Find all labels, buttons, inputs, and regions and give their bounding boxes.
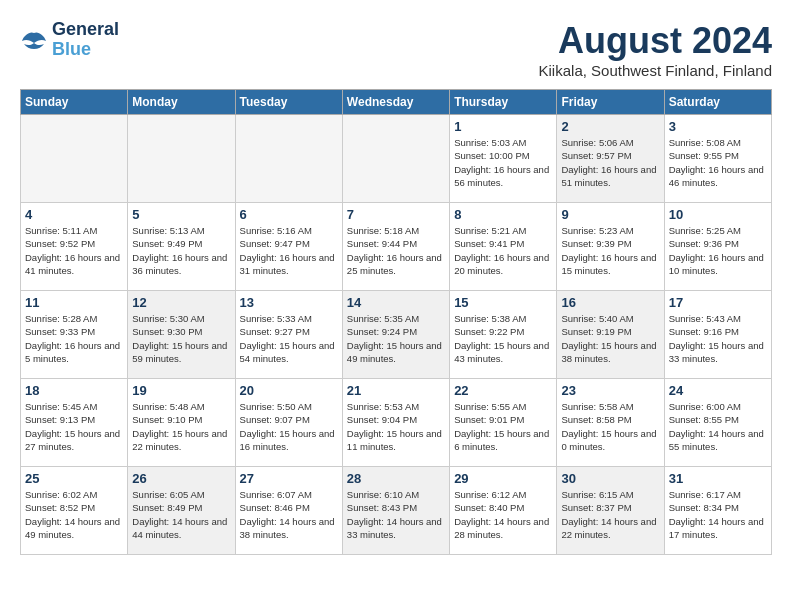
calendar-cell: 9Sunrise: 5:23 AMSunset: 9:39 PMDaylight… [557, 203, 664, 291]
month-title: August 2024 [539, 20, 772, 62]
weekday-header-saturday: Saturday [664, 90, 771, 115]
day-number: 23 [561, 383, 659, 398]
day-number: 4 [25, 207, 123, 222]
day-info: Sunrise: 5:50 AMSunset: 9:07 PMDaylight:… [240, 400, 338, 453]
day-info: Sunrise: 5:23 AMSunset: 9:39 PMDaylight:… [561, 224, 659, 277]
calendar-table: SundayMondayTuesdayWednesdayThursdayFrid… [20, 89, 772, 555]
day-info: Sunrise: 5:25 AMSunset: 9:36 PMDaylight:… [669, 224, 767, 277]
day-info: Sunrise: 5:06 AMSunset: 9:57 PMDaylight:… [561, 136, 659, 189]
day-info: Sunrise: 5:16 AMSunset: 9:47 PMDaylight:… [240, 224, 338, 277]
day-info: Sunrise: 5:40 AMSunset: 9:19 PMDaylight:… [561, 312, 659, 365]
day-info: Sunrise: 6:12 AMSunset: 8:40 PMDaylight:… [454, 488, 552, 541]
logo-bird-icon [20, 29, 48, 51]
day-number: 11 [25, 295, 123, 310]
calendar-cell: 23Sunrise: 5:58 AMSunset: 8:58 PMDayligh… [557, 379, 664, 467]
day-number: 16 [561, 295, 659, 310]
calendar-week-row: 4Sunrise: 5:11 AMSunset: 9:52 PMDaylight… [21, 203, 772, 291]
calendar-cell: 18Sunrise: 5:45 AMSunset: 9:13 PMDayligh… [21, 379, 128, 467]
calendar-week-row: 1Sunrise: 5:03 AMSunset: 10:00 PMDayligh… [21, 115, 772, 203]
title-block: August 2024 Kiikala, Southwest Finland, … [539, 20, 772, 79]
day-number: 31 [669, 471, 767, 486]
calendar-week-row: 11Sunrise: 5:28 AMSunset: 9:33 PMDayligh… [21, 291, 772, 379]
calendar-cell: 30Sunrise: 6:15 AMSunset: 8:37 PMDayligh… [557, 467, 664, 555]
day-number: 18 [25, 383, 123, 398]
day-info: Sunrise: 5:55 AMSunset: 9:01 PMDaylight:… [454, 400, 552, 453]
day-info: Sunrise: 5:03 AMSunset: 10:00 PMDaylight… [454, 136, 552, 189]
day-info: Sunrise: 6:07 AMSunset: 8:46 PMDaylight:… [240, 488, 338, 541]
logo-text: General Blue [52, 20, 119, 60]
page-header: General Blue August 2024 Kiikala, Southw… [20, 20, 772, 79]
calendar-cell: 20Sunrise: 5:50 AMSunset: 9:07 PMDayligh… [235, 379, 342, 467]
day-info: Sunrise: 5:21 AMSunset: 9:41 PMDaylight:… [454, 224, 552, 277]
day-number: 21 [347, 383, 445, 398]
day-info: Sunrise: 5:43 AMSunset: 9:16 PMDaylight:… [669, 312, 767, 365]
day-info: Sunrise: 5:13 AMSunset: 9:49 PMDaylight:… [132, 224, 230, 277]
calendar-cell: 10Sunrise: 5:25 AMSunset: 9:36 PMDayligh… [664, 203, 771, 291]
calendar-cell: 31Sunrise: 6:17 AMSunset: 8:34 PMDayligh… [664, 467, 771, 555]
day-number: 8 [454, 207, 552, 222]
weekday-header-sunday: Sunday [21, 90, 128, 115]
day-info: Sunrise: 6:10 AMSunset: 8:43 PMDaylight:… [347, 488, 445, 541]
day-info: Sunrise: 5:35 AMSunset: 9:24 PMDaylight:… [347, 312, 445, 365]
day-number: 20 [240, 383, 338, 398]
weekday-header-thursday: Thursday [450, 90, 557, 115]
day-info: Sunrise: 6:05 AMSunset: 8:49 PMDaylight:… [132, 488, 230, 541]
day-number: 26 [132, 471, 230, 486]
calendar-cell: 17Sunrise: 5:43 AMSunset: 9:16 PMDayligh… [664, 291, 771, 379]
calendar-cell: 5Sunrise: 5:13 AMSunset: 9:49 PMDaylight… [128, 203, 235, 291]
day-info: Sunrise: 5:33 AMSunset: 9:27 PMDaylight:… [240, 312, 338, 365]
calendar-cell: 21Sunrise: 5:53 AMSunset: 9:04 PMDayligh… [342, 379, 449, 467]
calendar-cell: 6Sunrise: 5:16 AMSunset: 9:47 PMDaylight… [235, 203, 342, 291]
calendar-cell [128, 115, 235, 203]
day-number: 29 [454, 471, 552, 486]
day-info: Sunrise: 5:48 AMSunset: 9:10 PMDaylight:… [132, 400, 230, 453]
day-number: 28 [347, 471, 445, 486]
day-number: 5 [132, 207, 230, 222]
calendar-cell: 13Sunrise: 5:33 AMSunset: 9:27 PMDayligh… [235, 291, 342, 379]
calendar-cell: 11Sunrise: 5:28 AMSunset: 9:33 PMDayligh… [21, 291, 128, 379]
day-info: Sunrise: 5:53 AMSunset: 9:04 PMDaylight:… [347, 400, 445, 453]
day-info: Sunrise: 5:58 AMSunset: 8:58 PMDaylight:… [561, 400, 659, 453]
weekday-header-friday: Friday [557, 90, 664, 115]
calendar-cell: 2Sunrise: 5:06 AMSunset: 9:57 PMDaylight… [557, 115, 664, 203]
day-info: Sunrise: 6:15 AMSunset: 8:37 PMDaylight:… [561, 488, 659, 541]
calendar-cell: 22Sunrise: 5:55 AMSunset: 9:01 PMDayligh… [450, 379, 557, 467]
day-number: 10 [669, 207, 767, 222]
day-number: 17 [669, 295, 767, 310]
calendar-cell: 16Sunrise: 5:40 AMSunset: 9:19 PMDayligh… [557, 291, 664, 379]
day-number: 2 [561, 119, 659, 134]
day-number: 12 [132, 295, 230, 310]
day-info: Sunrise: 6:02 AMSunset: 8:52 PMDaylight:… [25, 488, 123, 541]
calendar-cell: 27Sunrise: 6:07 AMSunset: 8:46 PMDayligh… [235, 467, 342, 555]
logo: General Blue [20, 20, 119, 60]
calendar-cell: 24Sunrise: 6:00 AMSunset: 8:55 PMDayligh… [664, 379, 771, 467]
weekday-header-tuesday: Tuesday [235, 90, 342, 115]
calendar-cell: 29Sunrise: 6:12 AMSunset: 8:40 PMDayligh… [450, 467, 557, 555]
day-number: 25 [25, 471, 123, 486]
day-info: Sunrise: 5:30 AMSunset: 9:30 PMDaylight:… [132, 312, 230, 365]
calendar-week-row: 25Sunrise: 6:02 AMSunset: 8:52 PMDayligh… [21, 467, 772, 555]
calendar-cell: 14Sunrise: 5:35 AMSunset: 9:24 PMDayligh… [342, 291, 449, 379]
day-number: 27 [240, 471, 338, 486]
day-number: 13 [240, 295, 338, 310]
weekday-header-wednesday: Wednesday [342, 90, 449, 115]
day-info: Sunrise: 5:18 AMSunset: 9:44 PMDaylight:… [347, 224, 445, 277]
calendar-cell: 28Sunrise: 6:10 AMSunset: 8:43 PMDayligh… [342, 467, 449, 555]
calendar-week-row: 18Sunrise: 5:45 AMSunset: 9:13 PMDayligh… [21, 379, 772, 467]
calendar-cell: 25Sunrise: 6:02 AMSunset: 8:52 PMDayligh… [21, 467, 128, 555]
day-number: 7 [347, 207, 445, 222]
weekday-header-monday: Monday [128, 90, 235, 115]
calendar-cell: 15Sunrise: 5:38 AMSunset: 9:22 PMDayligh… [450, 291, 557, 379]
calendar-cell: 26Sunrise: 6:05 AMSunset: 8:49 PMDayligh… [128, 467, 235, 555]
day-info: Sunrise: 6:00 AMSunset: 8:55 PMDaylight:… [669, 400, 767, 453]
day-number: 19 [132, 383, 230, 398]
location-subtitle: Kiikala, Southwest Finland, Finland [539, 62, 772, 79]
day-number: 15 [454, 295, 552, 310]
calendar-cell [21, 115, 128, 203]
day-info: Sunrise: 5:38 AMSunset: 9:22 PMDaylight:… [454, 312, 552, 365]
calendar-cell: 4Sunrise: 5:11 AMSunset: 9:52 PMDaylight… [21, 203, 128, 291]
day-number: 24 [669, 383, 767, 398]
day-number: 30 [561, 471, 659, 486]
calendar-cell [342, 115, 449, 203]
day-number: 9 [561, 207, 659, 222]
